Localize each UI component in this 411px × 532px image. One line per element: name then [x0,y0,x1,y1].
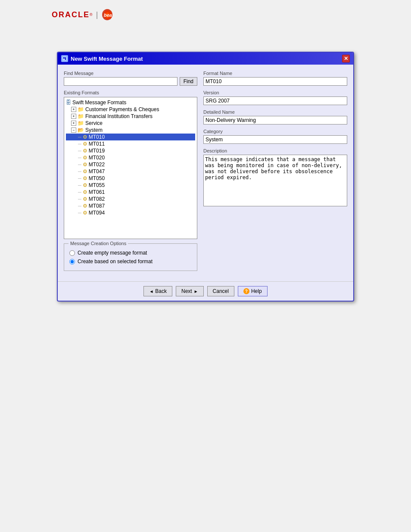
tree-label-mt050: MT050 [89,175,105,181]
swift-icon-mt082: ⚙ [83,196,87,202]
next-button[interactable]: Next ► [176,286,204,296]
back-arrow-icon: ◄ [149,289,153,294]
tree-item-financial[interactable]: + 📁 Financial Institution Transfers [66,113,195,120]
existing-formats-label: Existing Formats [64,90,197,95]
cancel-label: Cancel [213,288,229,294]
creation-options-section: Message Creation Options Create empty me… [64,243,197,271]
help-label: Help [251,288,262,294]
expand-customer-payments[interactable]: + [71,107,76,112]
tree-item-mt050[interactable]: ─ ⚙ MT050 [66,175,195,182]
detailed-name-input[interactable] [203,116,347,124]
logo-area: ORACLE® | bea [0,0,411,26]
tree-container[interactable]: 🗄 Swift Message Formats + 📁 Customer Pay… [64,97,197,239]
tree-label-service: Service [85,120,103,126]
tree-line-1: ─ [78,134,81,140]
folder-icon: 📁 [78,106,84,112]
tree-item-mt020[interactable]: ─ ⚙ MT020 [66,154,195,161]
svg-rect-4 [65,57,66,60]
find-message-label: Find Message [64,71,197,76]
detailed-name-group: Detailed Name [203,109,347,124]
dialog-body: Find Message Find Existing Formats 🗄 Swi… [58,65,353,281]
right-panel: Format Name Version Detailed Name Catego… [203,71,347,275]
category-input[interactable] [203,135,347,144]
swift-icon-mt094: ⚙ [83,210,87,216]
next-arrow-icon: ► [194,289,198,294]
tree-item-mt011[interactable]: ─ ⚙ MT011 [66,140,195,147]
tree-label-mt022: MT022 [89,162,105,168]
swift-icon-mt011: ⚙ [83,141,87,147]
dialog-window: New Swift Message Format ✕ Find Message … [57,52,354,302]
radio-based-label[interactable]: Create based on selected format [78,258,153,264]
tree-line-8: ─ [78,183,81,188]
help-circle-icon: ? [243,288,249,294]
version-group: Version [203,90,347,105]
radio-based-on-selected[interactable] [69,259,75,264]
description-label: Description [203,148,347,153]
swift-icon-mt019: ⚙ [83,148,87,154]
tree-item-mt094[interactable]: ─ ⚙ MT094 [66,209,195,216]
tree-line-12: ─ [78,210,81,215]
tree-label-system: System [85,127,103,133]
category-group: Category [203,129,347,144]
tree-line-9: ─ [78,190,81,195]
bea-flame-icon: bea [101,8,118,22]
swift-icon-mt087: ⚙ [83,203,87,209]
tree-label-mt010: MT010 [89,134,105,140]
tree-item-mt061[interactable]: ─ ⚙ MT061 [66,189,195,196]
detailed-name-label: Detailed Name [203,109,347,115]
tree-item-mt010[interactable]: ─ ⚙ MT010 [66,134,195,140]
find-message-input[interactable] [64,77,177,86]
find-button[interactable]: Find [180,77,197,86]
tree-line-3: ─ [78,148,81,153]
tree-label-customer-payments: Customer Payments & Cheques [85,106,159,112]
dialog-titlebar: New Swift Message Format ✕ [58,53,353,65]
swift-icon-mt050: ⚙ [83,175,87,181]
expand-service[interactable]: + [71,121,76,126]
swift-icon-mt010: ⚙ [83,134,87,140]
tree-label-mt082: MT082 [89,196,105,202]
tree-item-mt055[interactable]: ─ ⚙ MT055 [66,182,195,189]
radio-empty-format[interactable] [69,250,75,256]
tree-item-customer-payments[interactable]: + 📁 Customer Payments & Cheques [66,106,195,113]
dialog-close-button[interactable]: ✕ [342,55,350,62]
radio-row-selected: Create based on selected format [69,258,192,264]
version-input[interactable] [203,96,347,105]
help-button[interactable]: ? Help [238,286,268,296]
back-button[interactable]: ◄ Back [143,286,172,296]
expand-system[interactable]: − [71,128,76,133]
left-panel: Find Message Find Existing Formats 🗄 Swi… [64,71,197,275]
tree-line-4: ─ [78,155,81,160]
svg-rect-3 [63,57,65,59]
tree-label-mt087: MT087 [89,203,105,209]
system-folder-icon: 📂 [78,127,84,133]
tree-line-10: ─ [78,196,81,202]
tree-item-mt047[interactable]: ─ ⚙ MT047 [66,168,195,175]
tree-label-mt055: MT055 [89,182,105,188]
cancel-button[interactable]: Cancel [207,286,234,296]
tree-item-service[interactable]: + 📁 Service [66,120,195,127]
tree-line-6: ─ [78,169,81,174]
tree-line-11: ─ [78,203,81,208]
radio-empty-label[interactable]: Create empty message format [78,250,147,256]
dialog-footer: ◄ Back Next ► Cancel ? Help [58,281,353,301]
format-name-label: Format Name [203,71,347,76]
format-name-input[interactable] [203,77,347,86]
swift-icon-mt022: ⚙ [83,162,87,168]
swift-icon-mt020: ⚙ [83,155,87,161]
page-wrapper: ORACLE® | bea New Swift Message Format [0,0,411,532]
svg-text:bea: bea [104,12,112,18]
dialog-container: New Swift Message Format ✕ Find Message … [57,52,354,302]
tree-item-mt022[interactable]: ─ ⚙ MT022 [66,161,195,168]
tree-root-label: Swift Message Formats [72,100,126,106]
description-group: Description This message indicates that … [203,148,347,208]
tree-item-mt019[interactable]: ─ ⚙ MT019 [66,147,195,154]
tree-item-mt087[interactable]: ─ ⚙ MT087 [66,202,195,209]
swift-icon-mt047: ⚙ [83,168,87,174]
format-name-group: Format Name [203,71,347,86]
tree-item-system[interactable]: − 📂 System [66,127,195,134]
expand-financial[interactable]: + [71,114,76,119]
tree-root[interactable]: 🗄 Swift Message Formats [66,99,195,106]
tree-item-mt082[interactable]: ─ ⚙ MT082 [66,196,195,202]
description-textarea[interactable]: This message indicates that a message th… [203,155,347,206]
tree-line-7: ─ [78,176,81,181]
